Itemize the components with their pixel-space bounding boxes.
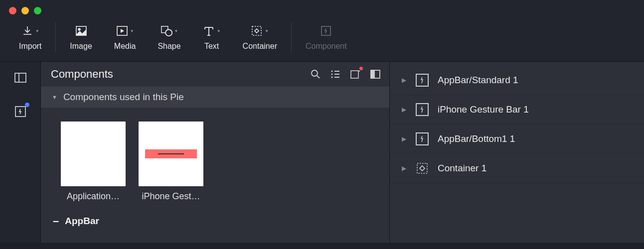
components-panel: Components xyxy=(41,62,390,243)
notification-dot xyxy=(25,103,29,107)
chevron-down-icon: ▼ xyxy=(35,29,39,33)
svg-rect-32 xyxy=(371,70,374,78)
svg-rect-14 xyxy=(252,26,261,35)
expand-icon: ▶ xyxy=(402,165,407,172)
component-label: Component xyxy=(306,42,347,51)
import-label: Import xyxy=(19,42,41,51)
section-appbar[interactable]: – AppBar xyxy=(41,208,389,228)
window-maximize-button[interactable] xyxy=(34,7,41,14)
layer-container[interactable]: ▶ Container 1 xyxy=(390,154,644,183)
window-close-button[interactable] xyxy=(9,7,16,14)
svg-point-26 xyxy=(331,77,333,78)
section-label: AppBar xyxy=(65,216,99,227)
component-icon xyxy=(416,103,429,116)
component-icon xyxy=(416,132,429,145)
svg-rect-33 xyxy=(417,163,427,173)
container-tool[interactable]: ▼ Container xyxy=(232,24,288,51)
list-view-button[interactable] xyxy=(329,68,341,80)
left-rail xyxy=(0,62,41,243)
thumb-preview xyxy=(61,122,126,186)
import-icon xyxy=(21,25,33,37)
chevron-down-icon: ▼ xyxy=(130,29,134,33)
layer-name: iPhone Gesture Bar 1 xyxy=(438,104,529,115)
window-controls xyxy=(0,0,644,18)
layer-name: AppBar/Standard 1 xyxy=(438,75,518,86)
add-component-button[interactable] xyxy=(349,68,361,80)
svg-marker-5 xyxy=(121,29,124,33)
svg-point-3 xyxy=(78,28,80,30)
image-icon xyxy=(75,25,87,37)
section-label: Components used in this Pie xyxy=(63,92,184,103)
chevron-down-icon: ▼ xyxy=(174,29,178,33)
section-used-in-pie[interactable]: ▼ Components used in this Pie xyxy=(41,87,389,108)
svg-rect-28 xyxy=(351,71,358,78)
toolbar-separator xyxy=(55,22,56,52)
layer-name: AppBar/Bottom1 1 xyxy=(438,133,515,144)
container-icon xyxy=(416,162,429,175)
media-icon xyxy=(116,25,128,37)
image-tool[interactable]: Image xyxy=(59,24,103,51)
media-tool[interactable]: ▼ Media xyxy=(103,24,147,51)
svg-point-24 xyxy=(331,74,333,75)
container-label: Container xyxy=(243,42,277,51)
layer-appbar-standard[interactable]: ▶ AppBar/Standard 1 xyxy=(390,66,644,95)
panel-title: Components xyxy=(51,68,113,81)
svg-rect-17 xyxy=(15,73,26,82)
expand-icon: ▶ xyxy=(402,135,407,142)
component-icon xyxy=(416,74,429,87)
toolbar: ▼ Import Image ▼ xyxy=(0,18,644,62)
svg-marker-15 xyxy=(255,29,259,33)
svg-point-20 xyxy=(312,70,318,76)
component-thumb-application[interactable]: Application… xyxy=(61,122,126,202)
layer-name: Container 1 xyxy=(438,163,486,174)
component-tool[interactable]: Component xyxy=(295,24,358,51)
disclosure-triangle-icon: ▼ xyxy=(52,94,57,100)
text-label: Text xyxy=(204,42,219,51)
chevron-down-icon: ▼ xyxy=(265,29,269,33)
image-label: Image xyxy=(70,42,92,51)
component-icon xyxy=(320,25,332,37)
svg-point-22 xyxy=(331,71,333,72)
shape-icon xyxy=(161,25,172,37)
panels-rail-item[interactable] xyxy=(13,71,27,85)
svg-line-21 xyxy=(317,76,320,78)
search-button[interactable] xyxy=(310,68,322,80)
toolbar-separator xyxy=(291,22,292,52)
import-tool[interactable]: ▼ Import xyxy=(8,24,52,51)
chevron-down-icon: ▼ xyxy=(217,29,221,33)
thumb-label: iPhone Gest… xyxy=(142,191,200,202)
container-icon xyxy=(251,25,263,37)
thumb-label: Application… xyxy=(67,191,120,202)
text-tool[interactable]: ▼ Text xyxy=(192,24,232,51)
expand-icon: ▶ xyxy=(402,106,407,113)
text-icon xyxy=(203,25,215,37)
expand-icon: ▶ xyxy=(402,77,407,84)
sidebar-toggle-button[interactable] xyxy=(369,68,381,80)
shape-label: Shape xyxy=(158,42,180,51)
components-rail-item[interactable] xyxy=(13,105,27,119)
layers-panel: ▶ AppBar/Standard 1 ▶ iPhone Gesture Bar… xyxy=(390,62,644,243)
svg-marker-34 xyxy=(420,166,425,171)
notification-dot xyxy=(358,66,364,71)
component-thumb-iphone-gesture[interactable]: iPhone Gest… xyxy=(139,122,203,202)
layer-iphone-gesture-bar[interactable]: ▶ iPhone Gesture Bar 1 xyxy=(390,95,644,124)
collapse-icon: – xyxy=(53,215,59,228)
layer-appbar-bottom[interactable]: ▶ AppBar/Bottom1 1 xyxy=(390,124,644,154)
media-label: Media xyxy=(114,42,136,51)
thumb-preview xyxy=(139,122,203,186)
window-minimize-button[interactable] xyxy=(21,7,29,14)
shape-tool[interactable]: ▼ Shape xyxy=(147,24,191,51)
